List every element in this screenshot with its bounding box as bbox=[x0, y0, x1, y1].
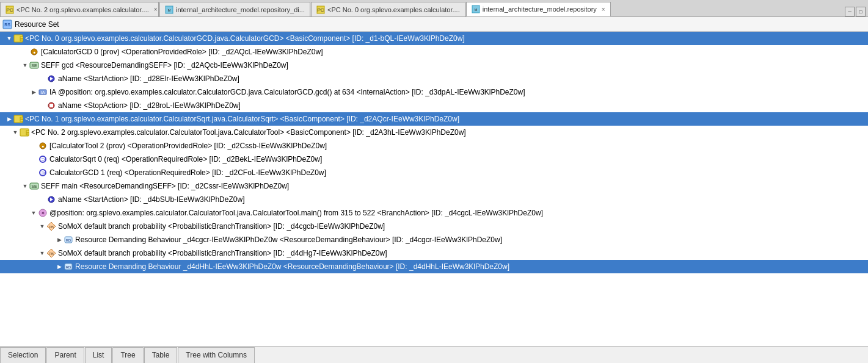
tab-1[interactable]: PC <PC No. 2 org.splevo.examples.calcula… bbox=[0, 2, 159, 16]
tab-3[interactable]: PC <PC No. 0 org.splevo.examples.calcula… bbox=[311, 2, 465, 16]
svg-rect-28 bbox=[26, 133, 29, 135]
tree-row[interactable]: ▼ PB SoMoX default branch probability <P… bbox=[0, 220, 868, 233]
svg-rect-27 bbox=[26, 131, 29, 132]
branch-transition-icon-0: PB bbox=[46, 221, 56, 231]
svg-rect-11 bbox=[20, 37, 23, 38]
required-role-icon-1: ⊃ bbox=[38, 168, 48, 178]
svg-rect-25 bbox=[20, 120, 23, 121]
svg-text:SE: SE bbox=[31, 184, 37, 189]
tab-label-2: internal_architecture_model.repository_d… bbox=[176, 6, 305, 13]
tree-text-15: Resource Demanding Behaviour _d4cgcr-IEe… bbox=[75, 235, 502, 244]
svg-text:RS: RS bbox=[4, 23, 10, 27]
tree-text-7: <PC No. 2 org.splevo.examples.calculator… bbox=[31, 128, 466, 137]
start-action-icon-1 bbox=[46, 195, 56, 204]
expand-arrow-13[interactable]: ▼ bbox=[29, 210, 38, 216]
bottom-tab-table[interactable]: Table bbox=[144, 347, 178, 363]
tree-container[interactable]: ▼ <PC No. 0 org.splevo.examples.calculat… bbox=[0, 32, 868, 346]
tree-row[interactable]: ▼ ✦ @position: org.splevo.examples.calcu… bbox=[0, 206, 868, 220]
svg-text:RD: RD bbox=[66, 239, 71, 242]
tree-row[interactable]: ⊃ CalculatorGCD 1 (req) <OperationRequir… bbox=[0, 166, 868, 179]
tree-text-9: CalculatorSqrt 0 (req) <OperationRequire… bbox=[49, 155, 322, 164]
seff-icon-0: SE bbox=[29, 60, 39, 70]
bottom-tab-tree-with-columns[interactable]: Tree with Columns bbox=[178, 347, 255, 363]
bottom-tab-list[interactable]: List bbox=[85, 347, 112, 363]
internal-action-icon: IA bbox=[38, 87, 48, 97]
tree-text-8: [CalculatorTool 2 (prov) <OperationProvi… bbox=[49, 142, 327, 150]
model-icon-2: M bbox=[165, 5, 173, 14]
expand-arrow-17[interactable]: ▶ bbox=[55, 264, 64, 270]
svg-text:⊃: ⊃ bbox=[41, 157, 45, 162]
expand-arrow-15[interactable]: ▶ bbox=[55, 237, 64, 243]
required-role-icon-0: ⊃ bbox=[38, 154, 48, 164]
tree-text-10: CalculatorGCD 1 (req) <OperationRequired… bbox=[49, 168, 326, 177]
expand-arrow-0[interactable]: ▼ bbox=[5, 35, 13, 41]
tree-row[interactable]: aName <StopAction> [ID: _d28roL-IEeWw3Kl… bbox=[0, 99, 868, 112]
bottom-tab-tree[interactable]: Tree bbox=[112, 347, 143, 363]
tree-text-12: aName <StartAction> [ID: _d4bSUb-IEeWw3K… bbox=[58, 195, 244, 204]
seff-icon-1: SE bbox=[29, 181, 39, 191]
svg-text:PC: PC bbox=[6, 7, 13, 13]
stop-action-icon bbox=[46, 101, 56, 110]
tree-row[interactable]: ▶ RD Resource Demanding Behaviour _d4dHh… bbox=[0, 260, 868, 273]
svg-text:⊃: ⊃ bbox=[41, 170, 45, 176]
svg-text:IA: IA bbox=[41, 90, 45, 95]
provided-role-icon-2: ● bbox=[38, 141, 48, 151]
model-icon-4: M bbox=[472, 5, 480, 13]
tree-row[interactable]: ● [CalculatorTool 2 (prov) <OperationPro… bbox=[0, 139, 868, 153]
start-action-icon-0 bbox=[46, 74, 56, 84]
tab-close-1[interactable]: × bbox=[154, 6, 158, 13]
tree-text-17: Resource Demanding Behaviour _d4dHhL-IEe… bbox=[75, 262, 509, 271]
svg-text:SE: SE bbox=[31, 63, 37, 68]
top-tab-bar: PC <PC No. 2 org.splevo.examples.calcula… bbox=[0, 0, 868, 17]
tree-text-2: SEFF gcd <ResourceDemandingSEFF> [ID: _d… bbox=[41, 61, 288, 70]
maximize-button[interactable]: □ bbox=[856, 7, 866, 16]
tree-text-1: [CalculatorGCD 0 (prov) <OperationProvid… bbox=[41, 48, 323, 56]
tab-label-1: <PC No. 2 org.splevo.examples.calculator… bbox=[16, 6, 149, 13]
model-icon-3: PC bbox=[316, 5, 325, 14]
tree-row[interactable]: ▼ PB SoMoX default branch probability <P… bbox=[0, 246, 868, 260]
minimize-button[interactable]: ─ bbox=[845, 7, 855, 16]
tab-2[interactable]: M internal_architecture_model.repository… bbox=[159, 2, 310, 16]
model-icon-1: PC bbox=[5, 5, 14, 14]
bottom-tab-parent[interactable]: Parent bbox=[46, 347, 84, 363]
rdb-icon-1: RD bbox=[64, 262, 73, 271]
svg-rect-22 bbox=[49, 104, 53, 107]
expand-arrow-11[interactable]: ▼ bbox=[21, 183, 29, 189]
tree-text-5: aName <StopAction> [ID: _d28roL-IEeWw3Kl… bbox=[58, 101, 241, 110]
expand-arrow-7[interactable]: ▼ bbox=[11, 129, 20, 135]
component-icon-2 bbox=[20, 128, 29, 137]
tree-text-11: SEFF main <ResourceDemandingSEFF> [ID: _… bbox=[41, 182, 289, 190]
toolbar: RS Resource Set bbox=[0, 17, 868, 32]
provided-role-icon: ● bbox=[29, 47, 39, 57]
svg-text:M: M bbox=[168, 9, 171, 12]
expand-arrow-16[interactable]: ▼ bbox=[38, 250, 46, 256]
tree-row[interactable]: ▶ <PC No. 1 org.splevo.examples.calculat… bbox=[0, 112, 868, 126]
bottom-tab-selection[interactable]: Selection bbox=[0, 347, 46, 363]
tree-text-0: <PC No. 0 org.splevo.examples.calculator… bbox=[25, 34, 465, 43]
svg-text:PB: PB bbox=[49, 225, 54, 229]
tree-row[interactable]: aName <StartAction> [ID: _d28Elr-IEeWw3K… bbox=[0, 72, 868, 85]
svg-text:✦: ✦ bbox=[41, 210, 45, 216]
svg-text:●: ● bbox=[33, 50, 35, 54]
tree-row[interactable]: aName <StartAction> [ID: _d4bSUb-IEeWw3K… bbox=[0, 193, 868, 206]
tree-row[interactable]: ▶ IA IA @position: org.splevo.examples.c… bbox=[0, 85, 868, 99]
expand-arrow-6[interactable]: ▶ bbox=[5, 116, 13, 122]
tree-row[interactable]: ▼ <PC No. 2 org.splevo.examples.calculat… bbox=[0, 126, 868, 139]
svg-text:RD: RD bbox=[66, 265, 71, 269]
expand-arrow-2[interactable]: ▼ bbox=[21, 62, 29, 68]
tree-row[interactable]: ▶ RD Resource Demanding Behaviour _d4cgc… bbox=[0, 233, 868, 246]
tab-4[interactable]: M internal_architecture_model.repository… bbox=[466, 2, 611, 16]
tab-close-4[interactable]: × bbox=[602, 6, 605, 13]
svg-text:M: M bbox=[474, 8, 477, 12]
component-icon-0 bbox=[13, 34, 23, 43]
branch-action-icon: ✦ bbox=[38, 208, 48, 218]
expand-arrow-14[interactable]: ▼ bbox=[38, 223, 46, 229]
tree-row[interactable]: ▼ SE SEFF main <ResourceDemandingSEFF> [… bbox=[0, 179, 868, 193]
svg-text:●: ● bbox=[42, 144, 44, 148]
tree-row[interactable]: ● [CalculatorGCD 0 (prov) <OperationProv… bbox=[0, 45, 868, 59]
tree-row[interactable]: ▼ <PC No. 0 org.splevo.examples.calculat… bbox=[0, 32, 868, 45]
tree-row[interactable]: ▼ SE SEFF gcd <ResourceDemandingSEFF> [I… bbox=[0, 59, 868, 72]
tree-row[interactable]: ⊃ CalculatorSqrt 0 (req) <OperationRequi… bbox=[0, 153, 868, 166]
component-icon-1 bbox=[13, 114, 23, 124]
expand-arrow-4[interactable]: ▶ bbox=[29, 89, 38, 95]
